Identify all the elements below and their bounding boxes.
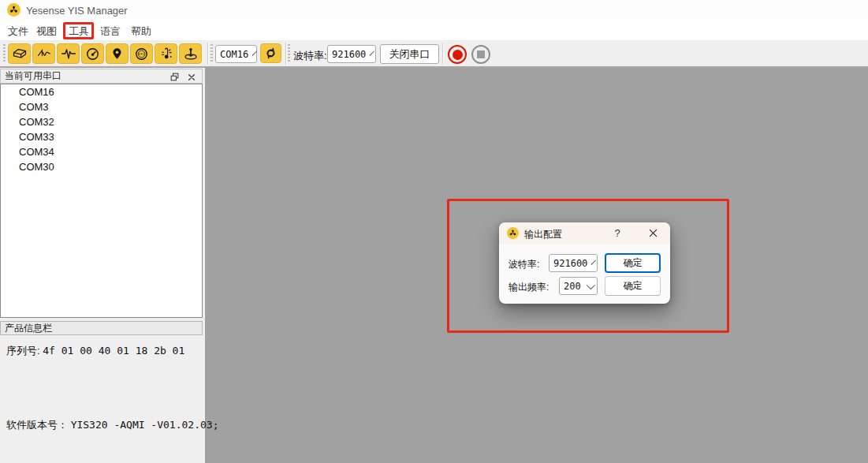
window-title: Yesense YIS Manager: [26, 5, 128, 17]
float-panel-button[interactable]: [168, 71, 181, 83]
software-version-value: YIS320 -AQMI -V01.02.03;: [71, 419, 219, 431]
baud-rate-value: 921600: [332, 49, 366, 60]
serial-number-value: 4f 01 00 40 01 18 2b 01: [43, 345, 184, 357]
wave-angle-icon[interactable]: [32, 43, 55, 64]
toolbar-separator: [285, 43, 287, 65]
software-version-row: 软件版本号： YIS320 -AQMI -V01.02.03;: [6, 418, 218, 432]
close-panel-button[interactable]: [185, 71, 198, 83]
dialog-close-button[interactable]: [643, 226, 662, 241]
refresh-ports-button[interactable]: [260, 43, 281, 63]
port-list-item[interactable]: COM32: [1, 114, 202, 129]
menu-tools[interactable]: 工具: [69, 24, 89, 39]
toolbar-separator: [207, 43, 209, 65]
baud-rate-select[interactable]: 921600: [327, 45, 376, 63]
serial-number-row: 序列号: 4f 01 00 40 01 18 2b 01: [6, 344, 184, 358]
port-list-item[interactable]: COM3: [1, 99, 202, 114]
location-icon[interactable]: [106, 43, 129, 64]
waveform-icon[interactable]: [57, 43, 80, 64]
toolbar: UTC COM16 波特率: 921600 关闭串口: [0, 41, 868, 68]
dialog-freq-label: 输出频率:: [509, 281, 549, 294]
3d-attitude-icon[interactable]: [8, 43, 31, 64]
chevron-down-icon: [370, 50, 374, 55]
gauge-icon[interactable]: [81, 43, 104, 64]
dialog-title: 输出配置: [524, 228, 562, 241]
toolbar-separator: [442, 43, 444, 65]
utc-icon-text: UTC: [139, 52, 145, 56]
ports-panel-header: 当前可用串口: [0, 69, 203, 84]
port-list-item[interactable]: COM33: [1, 129, 202, 144]
menu-view[interactable]: 视图: [36, 24, 57, 39]
baud-rate-label: 波特率:: [293, 49, 327, 63]
info-panel-title: 产品信息栏: [5, 322, 52, 335]
record-button[interactable]: [448, 45, 467, 64]
utc-clock-icon[interactable]: UTC: [130, 43, 153, 64]
dialog-baud-confirm-button[interactable]: 确定: [605, 253, 661, 273]
dialog-baud-select[interactable]: 921600: [549, 254, 598, 272]
dialog-baud-label: 波特率:: [509, 258, 539, 271]
dialog-help-button[interactable]: ?: [609, 226, 625, 241]
com-port-select[interactable]: COM16: [215, 45, 257, 63]
toolbar-gripper[interactable]: [210, 44, 213, 63]
serial-number-label: 序列号:: [6, 345, 40, 357]
ports-list: COM16 COM3 COM32 COM33 COM34 COM30: [0, 84, 203, 318]
ports-panel-title: 当前可用串口: [5, 69, 61, 83]
output-config-dialog: 输出配置 ? 波特率: 921600 确定 输出频率: 200 确定: [499, 222, 670, 304]
app-logo-icon: [7, 3, 20, 17]
software-version-label: 软件版本号：: [6, 419, 68, 431]
record-icon: [453, 50, 463, 60]
magnetometer-icon[interactable]: [179, 43, 202, 64]
port-list-item[interactable]: COM30: [1, 159, 202, 174]
menu-help[interactable]: 帮助: [131, 24, 151, 39]
chevron-down-icon: [252, 50, 257, 55]
dialog-titlebar[interactable]: 输出配置 ?: [499, 222, 670, 244]
left-dock: 当前可用串口 COM16 COM3 COM32 COM33 COM34 COM3…: [0, 68, 205, 463]
chevron-down-icon: [587, 280, 595, 289]
titlebar: Yesense YIS Manager: [0, 0, 868, 21]
com-port-value: COM16: [220, 49, 248, 60]
port-list-item[interactable]: COM34: [1, 144, 202, 159]
port-list-item[interactable]: COM16: [1, 84, 202, 99]
info-panel-header: 产品信息栏: [0, 321, 203, 335]
dialog-logo-icon: [507, 227, 519, 239]
dialog-baud-value: 921600: [553, 258, 587, 269]
menu-file[interactable]: 文件: [8, 24, 28, 39]
close-serial-button[interactable]: 关闭串口: [380, 44, 439, 64]
dialog-freq-select[interactable]: 200: [559, 277, 598, 295]
stop-button[interactable]: [471, 45, 490, 64]
menubar: 文件 视图 工具 语言 帮助: [0, 21, 868, 41]
toolbar-gripper[interactable]: [288, 44, 290, 63]
chevron-down-icon: [591, 260, 596, 264]
dialog-freq-value: 200: [564, 281, 581, 292]
dialog-freq-confirm-button[interactable]: 确定: [605, 276, 661, 296]
toolbar-gripper[interactable]: [3, 44, 6, 63]
stop-icon: [477, 50, 485, 58]
menu-language[interactable]: 语言: [100, 24, 121, 39]
temperature-icon[interactable]: [155, 43, 177, 64]
